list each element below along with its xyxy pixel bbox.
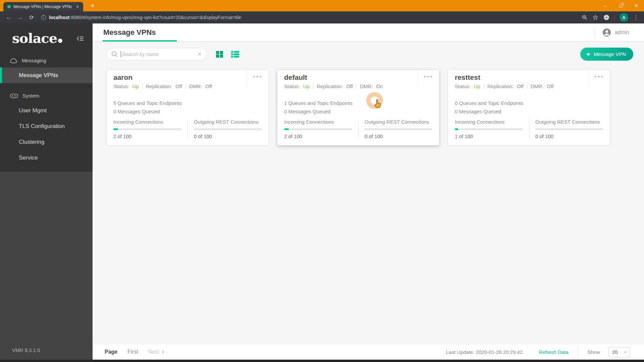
card-menu-button[interactable]: ••• <box>588 70 610 87</box>
queued-text: 0 Messages Queued <box>455 108 603 116</box>
extension-icon[interactable] <box>603 14 610 21</box>
bookmark-star-icon[interactable] <box>592 14 598 20</box>
section-label-messaging: Messaging <box>22 58 46 63</box>
last-update-text: Last Update: 2020-01-26 20:29:42 <box>446 349 523 355</box>
sidebar-item-message-vpns[interactable]: Message VPNs <box>0 67 93 83</box>
incoming-label: Incoming Connections <box>113 119 181 125</box>
search-box[interactable]: ✕ <box>106 48 207 60</box>
outgoing-value: 0 of 100 <box>535 133 603 139</box>
cloud-icon <box>10 58 17 63</box>
divider <box>484 84 484 89</box>
outgoing-progress <box>535 128 603 130</box>
incoming-value: 1 of 100 <box>455 133 523 139</box>
divider <box>313 84 313 89</box>
restore-icon <box>620 4 623 7</box>
page-size-value: 20 <box>612 349 618 355</box>
replication-value: Off <box>175 83 182 89</box>
window-close-button[interactable]: ✕ <box>629 0 644 11</box>
search-input[interactable] <box>122 51 195 57</box>
window-minimize-button[interactable]: – <box>598 0 613 11</box>
card-menu-button[interactable]: ••• <box>247 70 268 87</box>
toolbar-divider <box>614 14 615 20</box>
incoming-progress <box>455 128 523 130</box>
browser-profile-avatar[interactable]: A <box>620 13 628 22</box>
queued-text: 0 Messages Queued <box>284 108 432 116</box>
clear-search-icon[interactable]: ✕ <box>198 51 202 57</box>
page-size-select[interactable]: 20 <box>609 347 630 357</box>
address-bar[interactable]: localhost:8080/#/system-info/msg-vpns/ms… <box>41 15 580 20</box>
ellipsis-icon: ••• <box>424 73 433 80</box>
new-tab-button[interactable]: + <box>88 1 97 10</box>
incoming-value: 2 of 100 <box>284 133 352 139</box>
sidebar-item-clustering[interactable]: Clustering <box>0 134 93 150</box>
back-button[interactable]: ← <box>4 14 13 21</box>
search-icon <box>111 51 118 57</box>
sidebar-item-user-mgmt[interactable]: User Mgmt <box>0 103 93 118</box>
outgoing-label: Outgoing REST Connections <box>365 119 432 125</box>
first-page-button[interactable]: First <box>127 349 138 355</box>
grid-view-icon[interactable] <box>216 51 223 58</box>
replication-label: Replication: <box>487 83 514 89</box>
dmr-label: DMR: <box>531 83 543 89</box>
sidebar-section-system: System <box>0 89 93 103</box>
browser-menu-icon[interactable]: ⋮ <box>633 14 639 21</box>
browser-tab-bar: Message VPNs | Message VPNs | ✕ + – ✕ <box>0 0 644 11</box>
sidebar-item-tls-configuration[interactable]: TLS Configuration <box>0 118 93 134</box>
zoom-icon[interactable] <box>582 14 588 20</box>
divider <box>527 84 527 89</box>
page-label: Page <box>105 349 117 355</box>
divider <box>142 84 143 89</box>
dmr-label: DMR: <box>360 83 373 89</box>
list-view-icon[interactable] <box>231 51 239 58</box>
vpn-name: resttest <box>455 73 583 81</box>
card-menu-button[interactable]: ••• <box>418 70 439 87</box>
outgoing-label: Outgoing REST Connections <box>535 119 603 125</box>
user-avatar-icon <box>602 28 611 37</box>
ellipsis-icon: ••• <box>594 73 604 80</box>
tab-close-icon[interactable]: ✕ <box>74 4 80 9</box>
pagination-footer: Page First Next Last Update: 2020-01-26 … <box>93 344 644 360</box>
url-host: localhost <box>49 15 69 20</box>
sidebar-item-service[interactable]: Service <box>0 150 93 166</box>
url-path: :8080/#/system-info/msg-vpns/msg-vpn-lis… <box>69 15 241 20</box>
sidebar-divider <box>0 86 93 86</box>
user-menu[interactable]: admin <box>595 27 629 38</box>
status-label: Status: <box>455 83 471 89</box>
incoming-label: Incoming Connections <box>284 119 352 125</box>
incoming-value: 2 of 100 <box>113 133 181 139</box>
sidebar-collapse-icon[interactable] <box>76 36 84 42</box>
replication-value: Off <box>517 83 524 89</box>
footer-divider <box>578 346 578 358</box>
user-name: admin <box>614 29 629 36</box>
incoming-progress <box>113 128 181 130</box>
dmr-value: Off <box>205 83 212 89</box>
refresh-data-link[interactable]: Refresh Data <box>539 349 568 355</box>
vpn-card-aaron[interactable]: ••• aaron Status: Up Replication: Off DM… <box>106 70 269 145</box>
vpn-card-resttest[interactable]: ••• resttest Status: Up Replication: Off… <box>448 70 610 145</box>
forward-button[interactable]: → <box>15 14 25 21</box>
show-label: Show <box>587 349 600 355</box>
url-text[interactable]: localhost:8080/#/system-info/msg-vpns/ms… <box>49 15 241 20</box>
browser-tab[interactable]: Message VPNs | Message VPNs | ✕ <box>3 2 83 11</box>
text-caret <box>121 51 121 57</box>
status-label: Status: <box>113 83 129 89</box>
page-info-icon[interactable] <box>41 15 46 20</box>
status-value: Up <box>303 83 310 89</box>
status-value: Up <box>132 83 139 89</box>
status-label: Status: <box>284 83 300 89</box>
next-page-button[interactable]: Next <box>148 349 164 355</box>
vpn-name: default <box>284 73 412 81</box>
solace-logo: solace <box>12 32 62 45</box>
chevron-right-icon <box>161 350 164 354</box>
outgoing-progress <box>194 128 262 130</box>
bottom-scrollbar[interactable] <box>0 360 644 362</box>
add-message-vpn-button[interactable]: + Message VPN <box>580 48 633 61</box>
outgoing-label: Outgoing REST Connections <box>194 119 262 125</box>
vpn-card-default[interactable]: ••• default Status: Up Replication: Off … <box>277 70 439 145</box>
sidebar: solace Messaging Message VPNs System Use… <box>0 23 93 360</box>
appliance-icon <box>10 94 18 98</box>
window-restore-button[interactable] <box>613 0 629 11</box>
incoming-label: Incoming Connections <box>455 119 523 125</box>
reload-button[interactable]: ⟳ <box>27 14 36 21</box>
logo-dot-icon <box>58 39 62 43</box>
